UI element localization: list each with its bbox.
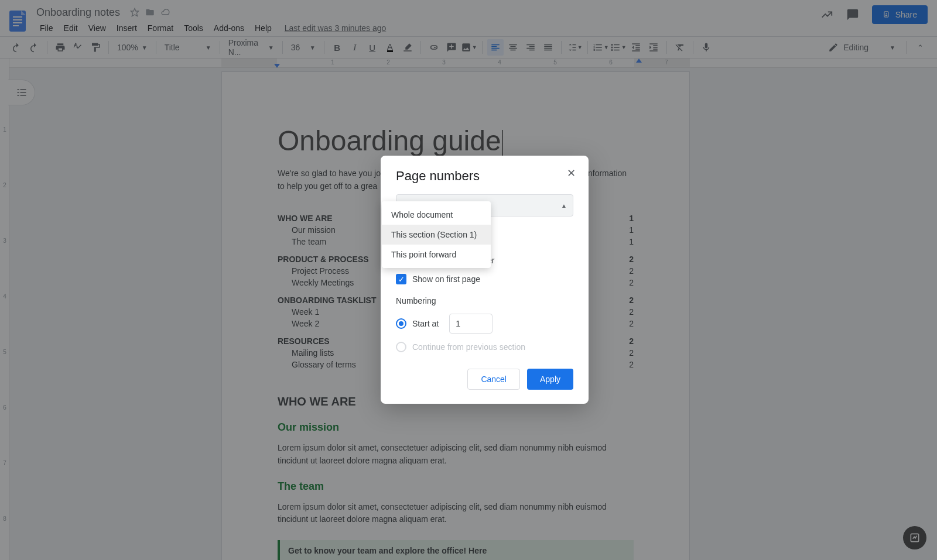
start-at-label: Start at: [412, 319, 439, 328]
dialog-title: Page numbers: [396, 169, 573, 184]
numbering-label: Numbering: [396, 296, 573, 305]
close-icon[interactable]: ✕: [563, 165, 579, 181]
continue-radio: Continue from previous section: [396, 342, 573, 352]
apply-to-dropdown: Whole document This section (Section 1) …: [382, 201, 491, 268]
continue-label: Continue from previous section: [412, 342, 525, 352]
apply-button[interactable]: Apply: [527, 369, 573, 390]
start-at-radio[interactable]: Start at 1: [396, 314, 573, 334]
option-this-section[interactable]: This section (Section 1): [382, 225, 491, 245]
cancel-button[interactable]: Cancel: [467, 369, 520, 390]
show-first-label: Show on first page: [412, 274, 480, 284]
start-at-input[interactable]: 1: [449, 314, 493, 334]
option-this-point-forward[interactable]: This point forward: [382, 245, 491, 264]
page-numbers-dialog: ✕ Page numbers This section (Section 1) …: [381, 156, 589, 404]
option-whole-document[interactable]: Whole document: [382, 205, 491, 225]
show-on-first-page-checkbox[interactable]: ✓ Show on first page: [396, 274, 573, 284]
